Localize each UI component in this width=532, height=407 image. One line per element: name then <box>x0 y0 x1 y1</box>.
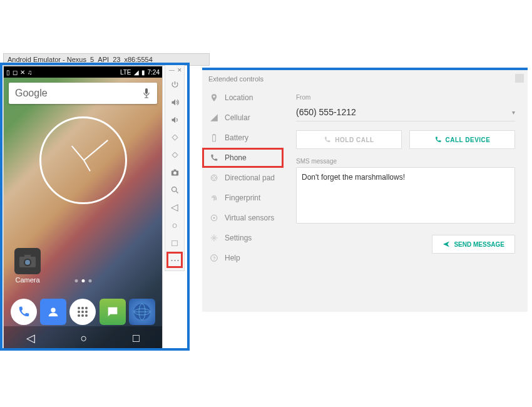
svg-rect-2 <box>24 255 31 258</box>
status-icon: ✕ <box>20 69 25 76</box>
svg-point-9 <box>78 311 80 313</box>
page-indicator <box>74 279 91 282</box>
overview-icon[interactable]: □ <box>133 332 140 345</box>
contacts-app-icon[interactable] <box>40 299 66 325</box>
rotate-right-icon[interactable] <box>166 147 183 163</box>
sidebar-item-label: Location <box>225 93 253 102</box>
phone-app-icon[interactable] <box>11 299 37 325</box>
google-search-bar[interactable]: Google <box>9 83 157 104</box>
status-icon: ▯ <box>6 69 10 76</box>
sidebar-item-help[interactable]: ?Help <box>202 248 284 268</box>
button-label: HOLD CALL <box>335 137 374 143</box>
extended-controls-main: From (650) 555-1212 ▾ HOLD CALL CALL DEV… <box>284 88 528 312</box>
apps-drawer-icon[interactable] <box>69 299 96 325</box>
camera-app[interactable]: Camera <box>13 248 43 284</box>
browser-app-icon[interactable] <box>129 299 155 325</box>
zoom-icon[interactable] <box>166 182 183 198</box>
svg-rect-0 <box>145 88 148 94</box>
close-icon[interactable] <box>515 74 524 83</box>
send-message-button[interactable]: SEND MESSAGE <box>432 235 515 254</box>
home-icon[interactable]: ○ <box>81 332 88 345</box>
svg-line-25 <box>176 191 178 193</box>
minimize-icon[interactable]: — <box>169 67 175 73</box>
hold-call-button[interactable]: HOLD CALL <box>296 130 402 149</box>
sidebar-item-cellular[interactable]: Cellular <box>202 108 284 128</box>
svg-rect-20 <box>172 152 178 158</box>
svg-point-7 <box>81 307 84 309</box>
dock <box>4 299 162 325</box>
volume-down-icon[interactable] <box>166 111 183 128</box>
svg-point-31 <box>213 237 215 239</box>
android-nav-bar: ◁ ○ □ <box>4 326 162 350</box>
extended-controls-sidebar: Location Cellular Battery Phone Directio… <box>202 88 284 312</box>
sms-label: SMS message <box>296 158 515 165</box>
svg-point-12 <box>78 314 80 317</box>
sidebar-item-label: Directional pad <box>225 173 275 182</box>
sidebar-item-sensors[interactable]: Virtual sensors <box>202 208 284 228</box>
extended-controls-window: Extended controls Location Cellular Batt… <box>202 68 528 312</box>
svg-rect-26 <box>213 135 216 142</box>
svg-point-14 <box>85 314 88 317</box>
network-label: LTE <box>120 69 131 76</box>
sidebar-item-fingerprint[interactable]: Fingerprint <box>202 188 284 208</box>
back-icon[interactable]: ◁ <box>26 331 35 345</box>
svg-point-6 <box>78 307 80 309</box>
extended-controls-title: Extended controls <box>202 70 528 88</box>
sidebar-item-label: Settings <box>225 234 252 242</box>
sidebar-item-label: Cellular <box>225 113 250 122</box>
svg-point-24 <box>171 187 176 192</box>
sidebar-item-label: Help <box>225 254 240 262</box>
sms-message-input[interactable] <box>296 167 515 224</box>
svg-rect-27 <box>213 134 215 135</box>
back-button-icon[interactable]: ◁ <box>166 199 183 215</box>
sidebar-item-label: Phone <box>225 153 247 162</box>
sidebar-item-phone[interactable]: Phone <box>202 148 284 168</box>
home-button-icon[interactable]: ○ <box>166 217 183 233</box>
sidebar-item-settings[interactable]: Settings <box>202 228 284 248</box>
svg-point-11 <box>85 311 88 313</box>
sidebar-item-location[interactable]: Location <box>202 88 284 108</box>
volume-up-icon[interactable] <box>166 94 183 110</box>
svg-point-8 <box>85 307 88 309</box>
sidebar-item-dpad[interactable]: Directional pad <box>202 168 284 188</box>
svg-point-5 <box>51 308 55 312</box>
status-icon: ◻ <box>13 69 18 76</box>
rotate-left-icon[interactable] <box>166 129 183 145</box>
sidebar-item-label: Virtual sensors <box>225 214 274 222</box>
svg-point-23 <box>173 171 176 174</box>
svg-point-13 <box>81 314 84 317</box>
screenshot-icon[interactable] <box>166 164 183 180</box>
svg-rect-22 <box>173 169 176 171</box>
more-icon[interactable]: ⋯ <box>166 252 183 268</box>
svg-point-30 <box>213 217 215 219</box>
sidebar-item-label: Battery <box>225 133 248 142</box>
emulator-screen[interactable]: ▯ ◻ ✕ ♫ LTE ◢ ▮ 7:24 Google <box>3 66 163 351</box>
clock-text: 7:24 <box>148 69 160 76</box>
signal-icon: ◢ <box>134 69 139 76</box>
from-value: (650) 555-1212 <box>296 107 356 117</box>
camera-label: Camera <box>13 276 43 284</box>
power-icon[interactable] <box>166 76 183 93</box>
camera-icon <box>14 248 41 274</box>
clock-widget[interactable] <box>39 116 127 204</box>
button-label: SEND MESSAGE <box>454 241 504 248</box>
button-label: CALL DEVICE <box>446 137 491 143</box>
from-label: From <box>296 94 515 101</box>
mic-icon[interactable] <box>142 88 151 99</box>
call-device-button[interactable]: CALL DEVICE <box>409 130 515 149</box>
svg-rect-19 <box>172 135 178 140</box>
sidebar-item-battery[interactable]: Battery <box>202 128 284 148</box>
sidebar-item-label: Fingerprint <box>225 193 260 202</box>
chevron-down-icon: ▾ <box>512 109 515 116</box>
from-dropdown[interactable]: (650) 555-1212 ▾ <box>296 103 515 121</box>
messages-app-icon[interactable] <box>100 299 126 325</box>
overview-button-icon[interactable]: □ <box>166 234 183 250</box>
search-placeholder: Google <box>15 88 48 99</box>
emulator-toolbar: —✕ ◁ ○ □ ⋯ <box>165 64 185 271</box>
status-icon: ♫ <box>28 69 33 76</box>
svg-point-4 <box>25 260 30 265</box>
svg-text:?: ? <box>213 255 215 261</box>
svg-point-10 <box>81 311 84 313</box>
close-icon[interactable]: ✕ <box>177 67 182 73</box>
status-bar: ▯ ◻ ✕ ♫ LTE ◢ ▮ 7:24 <box>4 66 162 78</box>
